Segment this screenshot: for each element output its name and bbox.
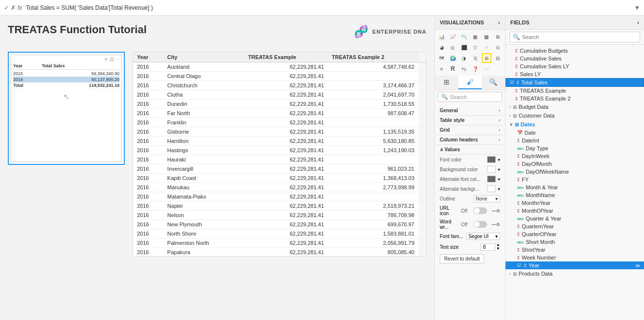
tab-format[interactable]: 🖌 <box>458 76 482 89</box>
field-total-sales[interactable]: ☑ Σ Total Sales <box>506 78 644 87</box>
field-cumulative-budgets[interactable]: Σ Cumulative Budgets <box>506 47 644 55</box>
viz-icon-bar[interactable]: 📊 <box>437 32 447 41</box>
viz-icon-filled-map[interactable]: 🌍 <box>448 53 458 63</box>
viz-icon-matrix[interactable]: ⊟ <box>493 53 503 63</box>
field-monthofyear[interactable]: Σ MonthOfYear <box>506 207 644 215</box>
field-treatas-ex2[interactable]: Σ TREATAS Example 2 <box>506 95 644 102</box>
tab-fields[interactable]: ⊞ <box>435 76 458 89</box>
fields-panel-collapse-icon[interactable]: › <box>637 20 639 25</box>
outline-dropdown[interactable]: None ▾ <box>473 195 500 202</box>
field-dateint[interactable]: Σ DateInt <box>506 137 644 144</box>
viz-icon-treemap[interactable]: ⬛ <box>459 42 469 52</box>
viz-icon-table[interactable]: ⊞ <box>482 53 491 63</box>
url-icon-toggle[interactable] <box>473 207 487 214</box>
table-cell-city: Christchurch <box>163 81 244 90</box>
field-fy[interactable]: Σ FY <box>506 176 644 183</box>
viz-icon-qna[interactable]: ❓ <box>470 64 480 74</box>
section-col-headers[interactable]: Column headers › <box>437 135 503 145</box>
field-shortyear[interactable]: Σ ShortYear <box>506 246 644 254</box>
field-quarternyear[interactable]: Σ QuarternYear <box>506 222 644 230</box>
data-table-container[interactable]: Year City TREATAS Example TREATAS Exampl… <box>133 52 427 257</box>
font-family-dropdown[interactable]: Segoe UI ▾ <box>466 233 500 240</box>
viz-icon-donut[interactable]: ◎ <box>448 42 458 52</box>
field-day-type[interactable]: abc Day Type <box>506 144 644 152</box>
viz-icon-stacked[interactable]: ▦ <box>470 32 480 41</box>
alt-font-color-swatch[interactable] <box>487 176 496 182</box>
fields-search-box[interactable]: 🔍 <box>509 32 640 42</box>
checkmark-icon[interactable]: ✓ <box>4 4 9 11</box>
field-cumulative-sales[interactable]: Σ Cumulative Sales <box>506 55 644 62</box>
thumb-row-2015: 2015 59,394,340.90 <box>13 71 119 77</box>
sigma-icon: Σ <box>517 208 520 213</box>
font-color-dropdown-icon[interactable]: ▾ <box>498 157 500 162</box>
text-size-stepper[interactable]: ▲▼ <box>496 243 500 251</box>
viz-icon-line[interactable]: 📈 <box>448 32 458 41</box>
fields-search-input[interactable] <box>522 34 637 40</box>
bg-color-dropdown-icon[interactable]: ▾ <box>498 167 500 172</box>
cross-icon[interactable]: ✗ <box>11 4 16 11</box>
viz-icon-gauge[interactable]: ◑ <box>459 53 469 63</box>
viz-icon-map[interactable]: 🗺 <box>437 53 447 63</box>
bg-color-swatch[interactable] <box>487 166 496 173</box>
viz-icon-waterfall[interactable]: ≡ <box>437 64 447 74</box>
viz-icon-scatter[interactable]: ⁘ <box>482 42 491 52</box>
alt-bg-color-swatch[interactable] <box>487 185 496 192</box>
word-wrap-toggle[interactable] <box>473 221 487 228</box>
section-table-style[interactable]: Table style › <box>437 116 503 125</box>
viz-panel-collapse-icon[interactable]: › <box>498 20 500 25</box>
table-cell-ex2: 2,056,991.79 <box>328 239 418 248</box>
viz-icon-r[interactable]: R <box>448 64 458 74</box>
field-monthname[interactable]: abc MonthName <box>506 191 644 199</box>
formula-expand-icon[interactable]: ▼ <box>634 4 640 11</box>
viz-search-box[interactable]: 🔍 Search <box>438 92 502 102</box>
field-quarterofyear[interactable]: Σ QuarterOfYear <box>506 230 644 238</box>
section-general[interactable]: General › <box>437 106 503 116</box>
viz-icon-area[interactable]: 📉 <box>459 32 469 41</box>
viz-icon-python[interactable]: Py <box>459 64 469 74</box>
field-cumulative-sales-ly[interactable]: Σ Cumulative Sales LY <box>506 62 644 70</box>
alt-bg-dropdown-icon[interactable]: ▾ <box>498 186 500 192</box>
alt-bg-color-control[interactable]: ▾ <box>487 185 500 192</box>
table-cell-year: 2016 <box>133 72 163 81</box>
group-customer-data[interactable]: › ⊞ Customer Data <box>506 111 644 120</box>
field-week-number[interactable]: Σ Week Number <box>506 254 644 261</box>
viz-search-area: 🔍 Search <box>435 90 505 104</box>
viz-icon-clustered[interactable]: ▩ <box>482 32 491 41</box>
tab-analytics[interactable]: 🔍 <box>482 76 505 89</box>
search-icon-fields: 🔍 <box>513 34 520 40</box>
bg-color-control[interactable]: ▾ <box>487 166 500 173</box>
viz-icon-card[interactable]: 🃏 <box>470 53 480 63</box>
field-label: MonthnYear <box>522 200 550 206</box>
viz-icon-bubble[interactable]: ⊙ <box>493 42 503 52</box>
thumb-col-sales: Total Sales <box>42 63 65 68</box>
field-year[interactable]: ☑ Σ Year ≫ <box>506 261 644 269</box>
viz-icon-more[interactable]: ⋯ <box>482 64 491 74</box>
section-grid[interactable]: Grid › <box>437 125 503 135</box>
year-expand-icon[interactable]: ≫ <box>635 263 640 268</box>
field-dayofweekname[interactable]: abc DayOfWeekName <box>506 168 644 176</box>
viz-icon-pie[interactable]: ◕ <box>437 42 447 52</box>
field-dayofmonth[interactable]: Σ DayOfMonth <box>506 160 644 168</box>
field-month-year[interactable]: abc Month & Year <box>506 183 644 191</box>
field-dayinweek[interactable]: Σ DayInWeek <box>506 152 644 160</box>
field-sales-ly[interactable]: Σ Sales LY <box>506 70 644 78</box>
alt-font-color-dropdown-icon[interactable]: ▾ <box>498 177 500 182</box>
table-thumbnail[interactable]: ⊞ ⬜ ⋯ Year Total Sales 2015 59,394,340.9… <box>8 52 125 165</box>
group-products-data[interactable]: › ⊞ Products Data <box>506 269 644 278</box>
field-treatas-ex[interactable]: Σ TREATAS Example <box>506 87 644 95</box>
field-short-month[interactable]: abc Short Month <box>506 238 644 246</box>
group-dates[interactable]: ∨ ⊞ Dates <box>506 120 644 129</box>
section-values[interactable]: ∧ Values <box>437 145 503 155</box>
outline-control[interactable]: None ▾ <box>473 195 500 202</box>
group-budget-data[interactable]: › ⊞ Budget Data <box>506 102 644 111</box>
field-quarter-year[interactable]: abc Quarter & Year <box>506 215 644 222</box>
field-date[interactable]: 📅 Date <box>506 129 644 137</box>
alt-font-color-control[interactable]: ▾ <box>487 176 500 182</box>
viz-icon-funnel[interactable]: ▽ <box>470 42 480 52</box>
text-size-input[interactable] <box>481 243 495 251</box>
field-monthnyear[interactable]: Σ MonthnYear <box>506 199 644 207</box>
font-color-swatch[interactable] <box>487 156 496 163</box>
font-color-control[interactable]: ▾ <box>487 156 500 163</box>
revert-default-button[interactable]: Revert to default <box>440 254 484 263</box>
viz-icon-combo[interactable]: ⊞ <box>493 32 503 41</box>
